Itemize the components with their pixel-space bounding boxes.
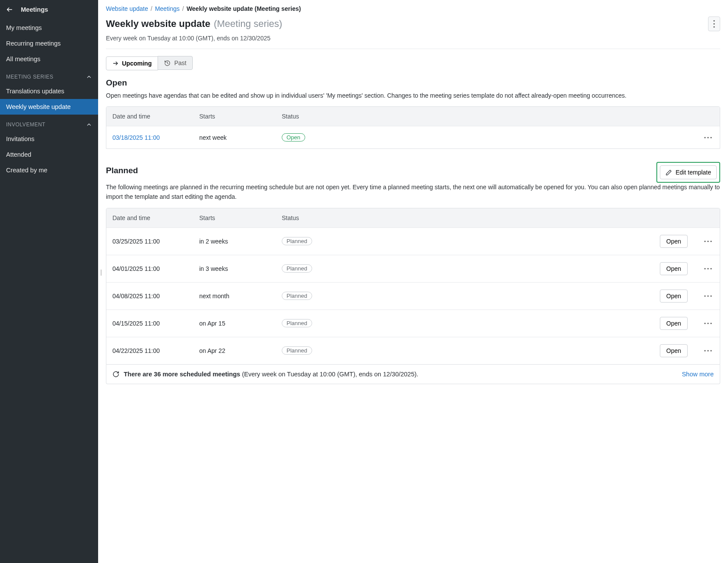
status-badge: Planned — [282, 346, 312, 355]
svg-point-9 — [707, 240, 708, 242]
meeting-starts: on Apr 22 — [199, 347, 282, 354]
edit-template-button[interactable]: Edit template — [660, 165, 717, 179]
tab-upcoming[interactable]: Upcoming — [106, 56, 158, 70]
status-badge: Planned — [282, 319, 312, 327]
recurrence-subtitle: Every week on Tuesday at 10:00 (GMT), en… — [106, 31, 720, 49]
status-badge: Planned — [282, 237, 312, 245]
group-header-label: INVOLVEMENT — [6, 122, 46, 128]
page-actions-menu[interactable] — [708, 16, 720, 31]
table-row: 04/15/2025 11:00 on Apr 15 Planned Open — [106, 309, 720, 337]
row-actions-menu[interactable] — [702, 348, 714, 353]
svg-point-15 — [707, 295, 708, 296]
open-meeting-button[interactable]: Open — [660, 262, 688, 275]
footer-message-main: There are 36 more scheduled meetings — [124, 371, 242, 378]
meeting-starts: in 3 weeks — [199, 265, 282, 272]
meeting-starts: next week — [199, 134, 282, 141]
planned-meetings-table: Date and time Starts Status 03/25/2025 1… — [106, 208, 720, 365]
open-section-desc: Open meetings have agendas that can be e… — [106, 91, 720, 101]
svg-point-1 — [713, 20, 715, 21]
meeting-starts: on Apr 15 — [199, 320, 282, 327]
open-meeting-button[interactable]: Open — [660, 317, 688, 330]
col-datetime: Date and time — [112, 214, 199, 221]
page-title-main: Weekly website update — [106, 18, 210, 30]
refresh-icon — [112, 371, 119, 378]
svg-point-17 — [704, 323, 705, 324]
history-icon — [164, 60, 171, 66]
status-badge: Open — [282, 133, 305, 142]
svg-point-8 — [704, 240, 705, 242]
breadcrumb: Website update / Meetings / Weekly websi… — [106, 5, 720, 16]
svg-point-22 — [710, 350, 712, 351]
edit-template-highlight: Edit template — [656, 162, 720, 183]
nav-my-meetings[interactable]: My meetings — [0, 20, 98, 36]
meeting-starts: in 2 weeks — [199, 238, 282, 245]
table-header: Date and time Starts Status — [106, 107, 720, 126]
svg-point-14 — [704, 295, 705, 296]
status-badge: Planned — [282, 292, 312, 300]
chevron-up-icon — [86, 74, 92, 80]
chevron-up-icon — [86, 122, 92, 128]
meeting-datetime: 04/01/2025 11:00 — [112, 265, 199, 272]
sidebar: Meetings My meetings Recurring meetings … — [0, 0, 98, 563]
tab-past[interactable]: Past — [158, 56, 193, 70]
svg-point-7 — [710, 137, 712, 138]
svg-point-21 — [707, 350, 708, 351]
series-weekly-website-update[interactable]: Weekly website update — [0, 99, 98, 115]
col-starts: Starts — [199, 214, 282, 221]
nav-recurring-meetings[interactable]: Recurring meetings — [0, 36, 98, 51]
back-icon[interactable] — [6, 6, 13, 13]
group-header-label: MEETING SERIES — [6, 74, 53, 80]
inv-created-by-me[interactable]: Created by me — [0, 162, 98, 178]
svg-point-3 — [713, 26, 715, 27]
planned-section-title: Planned — [106, 166, 138, 175]
svg-point-13 — [710, 268, 712, 269]
table-header: Date and time Starts Status — [106, 208, 720, 227]
col-status: Status — [282, 214, 369, 221]
sidebar-resize-handle[interactable]: || — [100, 269, 101, 276]
series-translations-updates[interactable]: Translations updates — [0, 83, 98, 99]
svg-point-6 — [707, 137, 708, 138]
inv-invitations[interactable]: Invitations — [0, 131, 98, 147]
breadcrumb-sep: / — [182, 5, 184, 12]
table-row: 03/25/2025 11:00 in 2 weeks Planned Open — [106, 227, 720, 255]
show-more-link[interactable]: Show more — [682, 371, 714, 378]
page-title: Weekly website update (Meeting series) — [106, 18, 282, 30]
group-meeting-series[interactable]: MEETING SERIES — [0, 67, 98, 83]
row-actions-menu[interactable] — [702, 321, 714, 326]
nav-all-meetings[interactable]: All meetings — [0, 51, 98, 67]
meeting-datetime-link[interactable]: 03/18/2025 11:00 — [112, 134, 160, 141]
svg-point-16 — [710, 295, 712, 296]
edit-template-label: Edit template — [675, 169, 711, 176]
planned-table-footer: There are 36 more scheduled meetings (Ev… — [106, 365, 720, 384]
open-meetings-table: Date and time Starts Status 03/18/2025 1… — [106, 106, 720, 149]
row-actions-menu[interactable] — [702, 293, 714, 299]
svg-point-12 — [707, 268, 708, 269]
inv-attended[interactable]: Attended — [0, 147, 98, 162]
meeting-datetime: 04/15/2025 11:00 — [112, 320, 199, 327]
col-starts: Starts — [199, 113, 282, 120]
breadcrumb-meetings[interactable]: Meetings — [155, 5, 180, 12]
svg-point-2 — [713, 23, 715, 24]
open-meeting-button[interactable]: Open — [660, 290, 688, 303]
open-section-title: Open — [106, 78, 720, 88]
tab-label: Upcoming — [122, 60, 152, 67]
planned-section-desc: The following meetings are planned in th… — [106, 183, 720, 201]
sidebar-title: Meetings — [21, 6, 48, 13]
svg-point-10 — [710, 240, 712, 242]
breadcrumb-root[interactable]: Website update — [106, 5, 148, 12]
row-actions-menu[interactable] — [702, 266, 714, 271]
row-actions-menu[interactable] — [702, 135, 714, 140]
table-row: 04/22/2025 11:00 on Apr 22 Planned Open — [106, 337, 720, 364]
open-meeting-button[interactable]: Open — [660, 235, 688, 248]
col-status: Status — [282, 113, 369, 120]
group-involvement[interactable]: INVOLVEMENT — [0, 115, 98, 131]
svg-point-20 — [704, 350, 705, 351]
main-content: Website update / Meetings / Weekly websi… — [98, 0, 728, 563]
page-title-suffix: (Meeting series) — [214, 18, 282, 30]
col-datetime: Date and time — [112, 113, 199, 120]
meeting-datetime: 04/22/2025 11:00 — [112, 347, 199, 354]
table-row: 03/18/2025 11:00 next week Open — [106, 126, 720, 148]
row-actions-menu[interactable] — [702, 239, 714, 244]
open-meeting-button[interactable]: Open — [660, 344, 688, 357]
meeting-datetime: 04/08/2025 11:00 — [112, 293, 199, 300]
